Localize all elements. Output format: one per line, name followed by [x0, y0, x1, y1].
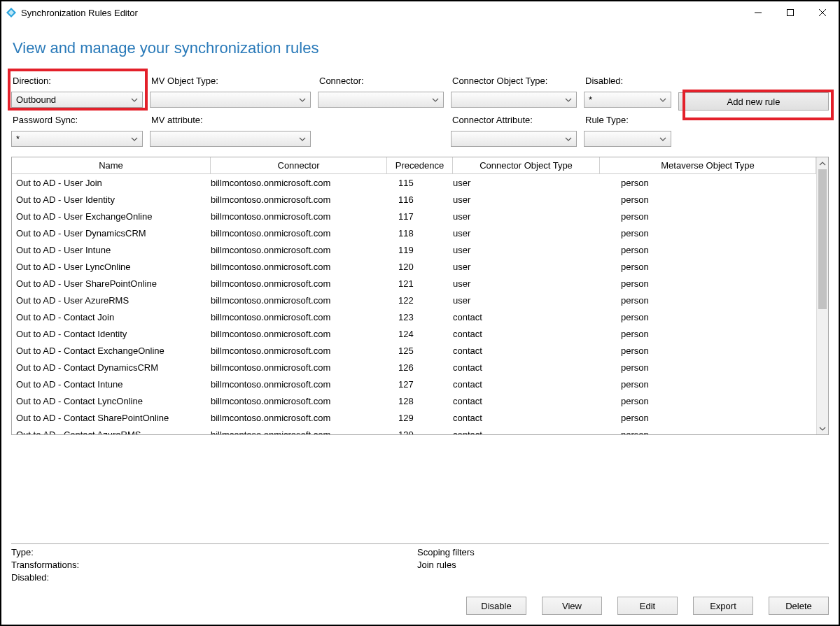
table-row[interactable]: Out to AD - Contact Identitybillmcontoso…: [12, 325, 828, 342]
label-conn-object-type: Connector Object Type:: [451, 76, 577, 87]
cell-connector: billmcontoso.onmicrosoft.com: [211, 329, 387, 339]
th-precedence[interactable]: Precedence: [387, 157, 453, 173]
table-row[interactable]: Out to AD - Contact ExchangeOnlinebillmc…: [12, 342, 828, 359]
cell-conn-object-type: contact: [453, 396, 600, 406]
combo-mv-attribute[interactable]: [150, 131, 311, 147]
delete-button[interactable]: Delete: [769, 597, 829, 615]
table-row[interactable]: Out to AD - Contact AzureRMSbillmcontoso…: [12, 426, 828, 434]
cell-conn-object-type: user: [453, 178, 600, 188]
close-button[interactable]: [806, 1, 839, 24]
combo-rule-type[interactable]: [584, 131, 671, 147]
maximize-button[interactable]: [774, 1, 806, 24]
table-row[interactable]: Out to AD - User AzureRMSbillmcontoso.on…: [12, 292, 828, 308]
label-rule-type: Rule Type:: [584, 115, 671, 127]
chevron-down-icon: [564, 134, 573, 144]
view-button[interactable]: View: [542, 597, 602, 615]
cell-connector: billmcontoso.onmicrosoft.com: [211, 312, 387, 322]
scroll-track[interactable]: [817, 169, 828, 422]
titlebar: Synchronization Rules Editor: [1, 1, 839, 24]
cell-conn-object-type: contact: [453, 329, 600, 339]
cell-connector: billmcontoso.onmicrosoft.com: [211, 278, 387, 289]
cell-precedence: 130: [387, 429, 453, 435]
table-row[interactable]: Out to AD - Contact DynamicsCRMbillmcont…: [12, 359, 828, 376]
th-name[interactable]: Name: [12, 157, 211, 173]
chevron-down-icon: [658, 95, 668, 105]
cell-mv-object-type: person: [600, 245, 816, 255]
cell-precedence: 127: [387, 379, 453, 390]
cell-name: Out to AD - User AzureRMS: [12, 295, 211, 306]
combo-disabled[interactable]: *: [584, 92, 671, 108]
table-row[interactable]: Out to AD - User DynamicsCRMbillmcontoso…: [12, 225, 828, 241]
cell-connector: billmcontoso.onmicrosoft.com: [211, 295, 387, 306]
chevron-down-icon: [298, 95, 307, 105]
scroll-down-icon[interactable]: [817, 422, 828, 434]
chevron-down-icon: [564, 95, 573, 105]
app-icon: [6, 7, 17, 18]
vertical-scrollbar[interactable]: [816, 157, 828, 434]
table-row[interactable]: Out to AD - Contact SharePointOnlinebill…: [12, 409, 828, 426]
export-button[interactable]: Export: [693, 597, 753, 615]
combo-password-sync[interactable]: *: [11, 131, 143, 147]
minimize-button[interactable]: [742, 1, 774, 24]
combo-direction[interactable]: Outbound: [11, 92, 143, 108]
cell-connector: billmcontoso.onmicrosoft.com: [211, 178, 387, 188]
cell-precedence: 122: [387, 295, 453, 306]
page-heading: View and manage your synchronization rul…: [13, 39, 829, 57]
cell-name: Out to AD - Contact AzureRMS: [12, 429, 211, 435]
cell-conn-object-type: user: [453, 211, 600, 222]
label-mv-object-type: MV Object Type:: [150, 76, 311, 87]
table-row[interactable]: Out to AD - User LyncOnlinebillmcontoso.…: [12, 258, 828, 275]
cell-name: Out to AD - User LyncOnline: [12, 262, 211, 272]
cell-mv-object-type: person: [600, 413, 816, 423]
action-buttons: Disable View Edit Export Delete: [11, 597, 829, 615]
chevron-down-icon: [298, 134, 307, 144]
cell-precedence: 115: [387, 178, 453, 188]
app-window: Synchronization Rules Editor View and ma…: [0, 0, 840, 626]
combo-mv-object-type[interactable]: [150, 92, 311, 108]
cell-conn-object-type: user: [453, 228, 600, 239]
th-cot[interactable]: Connector Object Type: [453, 157, 600, 173]
cell-mv-object-type: person: [600, 295, 816, 306]
cell-conn-object-type: contact: [453, 346, 600, 356]
cell-conn-object-type: contact: [453, 413, 600, 423]
cell-connector: billmcontoso.onmicrosoft.com: [211, 346, 387, 356]
cell-precedence: 121: [387, 278, 453, 289]
add-new-rule-button[interactable]: Add new rule: [678, 92, 829, 111]
edit-button[interactable]: Edit: [617, 597, 678, 615]
cell-mv-object-type: person: [600, 362, 816, 373]
cell-name: Out to AD - User Identity: [12, 194, 211, 205]
scroll-up-icon[interactable]: [817, 157, 828, 169]
combo-conn-attribute[interactable]: [451, 131, 577, 147]
window-title: Synchronization Rules Editor: [21, 8, 138, 18]
detail-transformations: Transformations:: [11, 559, 417, 571]
cell-precedence: 120: [387, 262, 453, 272]
table-row[interactable]: Out to AD - User SharePointOnlinebillmco…: [12, 275, 828, 292]
disable-button[interactable]: Disable: [466, 597, 526, 615]
cell-conn-object-type: contact: [453, 429, 600, 435]
th-connector[interactable]: Connector: [211, 157, 387, 173]
label-mv-attribute: MV attribute:: [150, 115, 311, 127]
combo-conn-object-type[interactable]: [451, 92, 577, 108]
cell-conn-object-type: user: [453, 194, 600, 205]
table-body: Out to AD - User Joinbillmcontoso.onmicr…: [12, 174, 828, 434]
cell-name: Out to AD - Contact Intune: [12, 379, 211, 390]
cell-connector: billmcontoso.onmicrosoft.com: [211, 211, 387, 222]
table-row[interactable]: Out to AD - User Intunebillmcontoso.onmi…: [12, 241, 828, 258]
table-row[interactable]: Out to AD - Contact Joinbillmcontoso.onm…: [12, 308, 828, 325]
combo-connector[interactable]: [318, 92, 444, 108]
label-direction: Direction:: [11, 76, 143, 87]
detail-type: Type:: [11, 546, 417, 559]
th-mot[interactable]: Metaverse Object Type: [600, 157, 816, 173]
cell-conn-object-type: contact: [453, 362, 600, 373]
cell-connector: billmcontoso.onmicrosoft.com: [211, 362, 387, 373]
table-row[interactable]: Out to AD - Contact Intunebillmcontoso.o…: [12, 376, 828, 392]
cell-mv-object-type: person: [600, 211, 816, 222]
cell-precedence: 117: [387, 211, 453, 222]
cell-precedence: 129: [387, 413, 453, 423]
table-row[interactable]: Out to AD - User Joinbillmcontoso.onmicr…: [12, 174, 828, 191]
table-row[interactable]: Out to AD - User Identitybillmcontoso.on…: [12, 191, 828, 208]
scroll-thumb[interactable]: [818, 169, 827, 309]
combo-value: *: [589, 94, 592, 105]
table-row[interactable]: Out to AD - Contact LyncOnlinebillmconto…: [12, 392, 828, 409]
table-row[interactable]: Out to AD - User ExchangeOnlinebillmcont…: [12, 208, 828, 225]
